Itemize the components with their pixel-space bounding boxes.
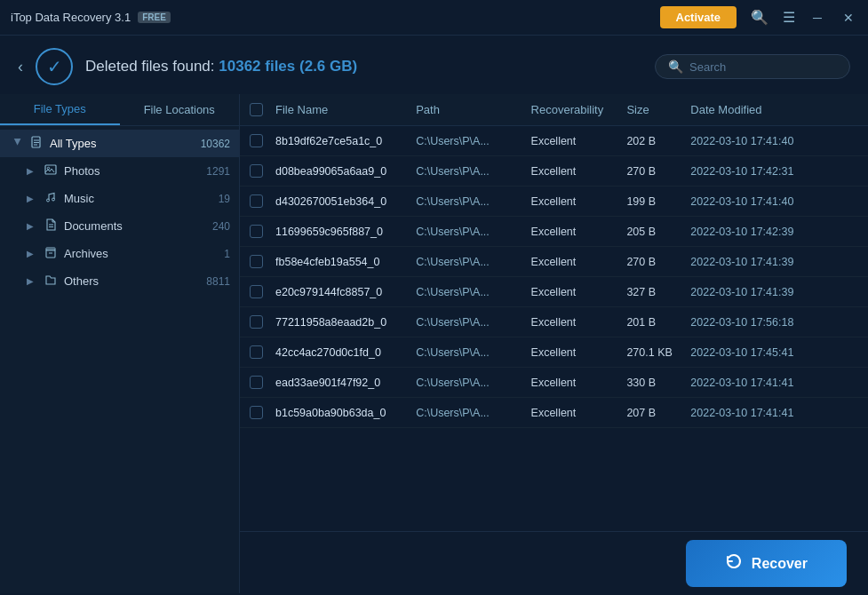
- file-date: 2022-03-10 17:41:41: [690, 377, 850, 389]
- svg-point-6: [47, 199, 50, 202]
- recover-label: Recover: [752, 556, 808, 572]
- file-recoverability: Excellent: [531, 316, 627, 329]
- file-checkbox[interactable]: [250, 134, 263, 147]
- tree-count-music: 19: [219, 193, 230, 205]
- file-checkbox[interactable]: [250, 315, 263, 329]
- row-checkbox[interactable]: [240, 225, 272, 238]
- table-row[interactable]: e20c979144fc8857_0 C:\Users\P\A... Excel…: [240, 277, 868, 307]
- file-path: C:\Users\P\A...: [416, 316, 530, 329]
- tree-count-documents: 240: [212, 220, 230, 233]
- row-checkbox[interactable]: [240, 285, 272, 298]
- tab-file-types[interactable]: File Types: [0, 94, 120, 125]
- table-row[interactable]: b1c59a0ba90b63da_0 C:\Users\P\A... Excel…: [240, 398, 868, 428]
- row-checkbox[interactable]: [240, 255, 272, 268]
- table-row[interactable]: ead33ae901f47f92_0 C:\Users\P\A... Excel…: [240, 368, 868, 398]
- free-badge: FREE: [138, 12, 171, 23]
- col-path: Path: [416, 103, 530, 116]
- close-button[interactable]: ✕: [840, 9, 857, 27]
- table-row[interactable]: d4302670051eb364_0 C:\Users\P\A... Excel…: [240, 186, 868, 217]
- file-date: 2022-03-10 17:41:40: [690, 135, 850, 147]
- file-checkbox[interactable]: [250, 406, 263, 419]
- expand-arrow: ▶: [27, 194, 37, 203]
- recover-button[interactable]: Recover: [686, 540, 847, 587]
- tree-item-music[interactable]: ▶ Music 19: [0, 185, 239, 212]
- back-button[interactable]: ‹: [18, 58, 23, 76]
- row-checkbox[interactable]: [240, 164, 272, 178]
- row-checkbox[interactable]: [240, 406, 272, 419]
- file-recoverability: Excellent: [531, 407, 627, 419]
- tree-item-photos[interactable]: ▶ Photos 1291: [0, 157, 239, 185]
- select-all-checkbox[interactable]: [250, 103, 263, 116]
- file-size: 327 B: [626, 286, 690, 298]
- tree-item-all-types[interactable]: ▶ All Types 10362: [0, 130, 239, 157]
- row-checkbox[interactable]: [240, 376, 272, 389]
- header-checkbox[interactable]: [240, 103, 272, 116]
- tree-item-documents[interactable]: ▶ Documents 240: [0, 212, 239, 240]
- main-content: File Types File Locations ▶ All Types 10…: [0, 94, 868, 593]
- col-size: Size: [626, 103, 690, 116]
- file-size: 270.1 KB: [626, 346, 690, 359]
- tree-label-others: Others: [64, 274, 201, 288]
- tree-item-others[interactable]: ▶ Others 8811: [0, 267, 239, 295]
- table-row[interactable]: d08bea99065a6aa9_0 C:\Users\P\A... Excel…: [240, 156, 868, 186]
- col-recoverability: Recoverability: [531, 103, 627, 116]
- titlebar-right: Activate 🔍 ☰ ─ ✕: [660, 6, 858, 28]
- search-input[interactable]: [689, 60, 837, 74]
- file-recoverability: Excellent: [531, 377, 627, 389]
- file-checkbox[interactable]: [250, 255, 263, 268]
- file-date: 2022-03-10 17:41:39: [690, 286, 850, 298]
- file-name: ead33ae901f47f92_0: [272, 377, 416, 389]
- success-icon: ✓: [36, 48, 73, 85]
- all-types-icon: [28, 136, 44, 151]
- row-checkbox[interactable]: [240, 345, 272, 359]
- file-checkbox[interactable]: [250, 345, 263, 359]
- file-recoverability: Excellent: [531, 135, 627, 147]
- file-name: d4302670051eb364_0: [272, 195, 416, 208]
- tree-count-others: 8811: [206, 275, 230, 288]
- svg-point-7: [52, 198, 55, 201]
- table-row[interactable]: 11699659c965f887_0 C:\Users\P\A... Excel…: [240, 217, 868, 247]
- file-name: e20c979144fc8857_0: [272, 286, 416, 298]
- table-body: 8b19df62e7ce5a1c_0 C:\Users\P\A... Excel…: [240, 126, 868, 593]
- table-header: File Name Path Recoverability Size Date …: [240, 94, 868, 126]
- menu-icon[interactable]: ☰: [783, 9, 795, 26]
- row-checkbox[interactable]: [240, 315, 272, 329]
- file-recoverability: Excellent: [531, 165, 627, 178]
- file-name: fb58e4cfeb19a554_0: [272, 256, 416, 268]
- tree-count-all-types: 10362: [201, 138, 230, 150]
- table-row[interactable]: 8b19df62e7ce5a1c_0 C:\Users\P\A... Excel…: [240, 126, 868, 156]
- svg-point-5: [47, 167, 49, 169]
- file-checkbox[interactable]: [250, 194, 263, 208]
- row-checkbox[interactable]: [240, 194, 272, 208]
- search-box[interactable]: 🔍: [655, 54, 850, 79]
- table-row[interactable]: 77211958a8eaad2b_0 C:\Users\P\A... Excel…: [240, 307, 868, 337]
- file-checkbox[interactable]: [250, 225, 263, 238]
- file-path: C:\Users\P\A...: [416, 135, 530, 147]
- file-recoverability: Excellent: [531, 195, 627, 208]
- file-checkbox[interactable]: [250, 164, 263, 178]
- sidebar: File Types File Locations ▶ All Types 10…: [0, 94, 240, 593]
- search-icon[interactable]: 🔍: [751, 9, 768, 26]
- activate-button[interactable]: Activate: [660, 6, 737, 28]
- row-checkbox[interactable]: [240, 134, 272, 147]
- minimize-button[interactable]: ─: [809, 9, 825, 27]
- file-recoverability: Excellent: [531, 286, 627, 298]
- file-checkbox[interactable]: [250, 376, 263, 389]
- tree-item-archives[interactable]: ▶ Archives 1: [0, 240, 239, 267]
- expand-arrow: ▶: [27, 276, 37, 286]
- tab-file-locations[interactable]: File Locations: [120, 94, 240, 125]
- file-checkbox[interactable]: [250, 285, 263, 298]
- table-row[interactable]: fb58e4cfeb19a554_0 C:\Users\P\A... Excel…: [240, 247, 868, 277]
- sidebar-tabs: File Types File Locations: [0, 94, 239, 126]
- tree-label-archives: Archives: [64, 247, 219, 260]
- archives-icon: [43, 246, 59, 261]
- file-date: 2022-03-10 17:41:41: [690, 407, 850, 419]
- file-size: 330 B: [626, 377, 690, 389]
- titlebar: iTop Data Recovery 3.1 FREE Activate 🔍 ☰…: [0, 0, 868, 36]
- table-row[interactable]: 42cc4ac270d0c1fd_0 C:\Users\P\A... Excel…: [240, 337, 868, 368]
- expand-arrow: ▶: [27, 166, 37, 176]
- result-prefix: Deleted files found:: [85, 58, 219, 75]
- file-size: (2.6 GB): [299, 58, 357, 75]
- file-name: d08bea99065a6aa9_0: [272, 165, 416, 178]
- file-name: 8b19df62e7ce5a1c_0: [272, 135, 416, 147]
